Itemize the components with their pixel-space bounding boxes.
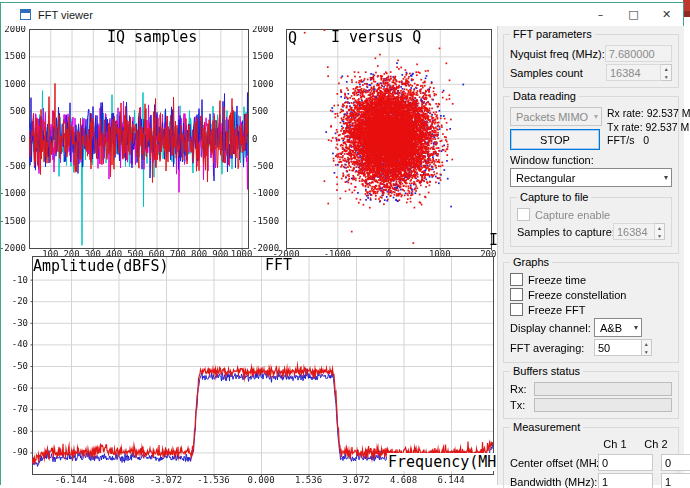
samples-count-field[interactable] <box>606 64 661 81</box>
buffers-status-group: Buffers status Rx: Tx: <box>503 371 679 419</box>
window-controls: – □ ✕ <box>584 3 683 26</box>
bandwidth-label: Bandwidth (MHz): <box>510 476 598 488</box>
ffts-value: 0 <box>643 134 649 146</box>
graphs-title: Graphs <box>510 256 552 268</box>
tx-rate-text: Tx rate: 92.537 MB/s <box>607 121 690 135</box>
chevron-down-icon: ▾ <box>594 112 598 121</box>
measurement-title: Measurement <box>510 421 583 433</box>
bandwidth-ch1-field[interactable] <box>598 473 653 488</box>
fft-viewer-window: FFT viewer – □ ✕ IQ samples Q I versus Q… <box>0 2 684 485</box>
fft-parameters-group: FFT parameters Nyquist freq (MHz): Sampl… <box>503 34 679 88</box>
nyquist-freq-field[interactable] <box>605 45 672 62</box>
control-panel: FFT parameters Nyquist freq (MHz): Sampl… <box>497 26 684 485</box>
fft-averaging-spinner[interactable]: ▲▼ <box>642 339 652 356</box>
freeze-constellation-checkbox[interactable] <box>510 288 523 301</box>
fft-parameters-title: FFT parameters <box>510 28 595 40</box>
amplitude-axis-label: Amplitude(dBFS) <box>33 257 168 275</box>
fft-title: FFT <box>265 256 292 274</box>
samples-count-label: Samples count <box>510 67 606 79</box>
measurement-group: Measurement Ch 1 Ch 2 Center offset (MHz… <box>503 427 679 488</box>
chevron-down-icon: ▾ <box>664 173 668 182</box>
plots-canvas <box>1 26 497 485</box>
titlebar: FFT viewer – □ ✕ <box>1 3 683 26</box>
freeze-time-label: Freeze time <box>528 274 586 286</box>
ch1-header: Ch 1 <box>598 438 632 450</box>
app-icon <box>20 9 31 20</box>
center-offset-label: Center offset (MHz): <box>510 457 598 469</box>
samples-count-spinner[interactable]: ▲▼ <box>661 64 672 81</box>
nyquist-freq-label: Nyquist freq (MHz): <box>510 48 605 60</box>
spin-up-icon: ▲ <box>655 224 664 232</box>
tx-buffer-progressbar <box>534 398 672 412</box>
ffts-label: FFT/s <box>607 134 634 146</box>
q-axis-label: Q <box>288 29 297 47</box>
samples-to-capture-spinner[interactable]: ▲▼ <box>655 223 665 240</box>
spin-down-icon: ▼ <box>661 73 671 81</box>
ch2-header: Ch 2 <box>640 438 672 450</box>
data-reading-group: Data reading Packets MIMO ▾ STOP Rx rate… <box>503 96 679 254</box>
window-function-label: Window function: <box>510 154 594 166</box>
fft-averaging-field[interactable] <box>594 339 642 356</box>
display-channel-value: A&B <box>600 322 622 334</box>
freeze-fft-label: Freeze FFT <box>528 304 585 316</box>
buffers-status-title: Buffers status <box>510 365 583 377</box>
close-button[interactable]: ✕ <box>650 3 683 26</box>
graphs-group: Graphs Freeze time Freeze constellation … <box>503 262 679 363</box>
window-function-combo[interactable]: Rectangular ▾ <box>510 168 672 187</box>
rx-rate-text: Rx rate: 92.537 MB/s <box>607 107 690 121</box>
spin-up-icon: ▲ <box>661 65 671 73</box>
samples-to-capture-label: Samples to capture: <box>517 226 613 238</box>
tx-buffer-label: Tx: <box>510 399 528 411</box>
samples-to-capture-field[interactable] <box>613 223 655 240</box>
packets-mode-combo[interactable]: Packets MIMO ▾ <box>510 107 602 126</box>
packets-mode-value: Packets MIMO <box>516 111 588 123</box>
window-function-value: Rectangular <box>516 172 575 184</box>
rx-buffer-label: Rx: <box>510 383 528 395</box>
bandwidth-ch2-field[interactable] <box>661 473 690 488</box>
rx-buffer-progressbar <box>534 382 672 396</box>
i-versus-q-title: I versus Q <box>331 28 421 46</box>
freeze-constellation-label: Freeze constellation <box>528 289 626 301</box>
center-offset-ch1-field[interactable] <box>598 454 653 471</box>
spin-down-icon: ▼ <box>642 348 651 356</box>
capture-to-file-title: Capture to file <box>517 191 591 203</box>
chevron-down-icon: ▾ <box>634 323 638 332</box>
display-channel-combo[interactable]: A&B ▾ <box>594 318 642 337</box>
minimize-button[interactable]: – <box>584 3 617 26</box>
capture-enable-label: Capture enable <box>535 209 610 221</box>
display-channel-label: Display channel: <box>510 322 594 334</box>
spin-down-icon: ▼ <box>655 232 664 240</box>
freeze-fft-checkbox[interactable] <box>510 303 523 316</box>
freeze-time-checkbox[interactable] <box>510 273 523 286</box>
fft-averaging-label: FFT averaging: <box>510 342 594 354</box>
spin-up-icon: ▲ <box>642 340 651 348</box>
center-offset-ch2-field[interactable] <box>661 454 690 471</box>
window-title: FFT viewer <box>38 9 93 21</box>
stop-button[interactable]: STOP <box>510 129 600 150</box>
capture-enable-checkbox[interactable] <box>517 208 530 221</box>
data-reading-title: Data reading <box>510 90 579 102</box>
background-window-sliver <box>683 0 690 17</box>
iq-samples-title: IQ samples <box>107 28 197 46</box>
maximize-button[interactable]: □ <box>617 3 650 26</box>
plots-area: IQ samples Q I versus Q I FFT Amplitude(… <box>1 26 497 485</box>
capture-to-file-group: Capture to file Capture enable Samples t… <box>510 197 672 247</box>
